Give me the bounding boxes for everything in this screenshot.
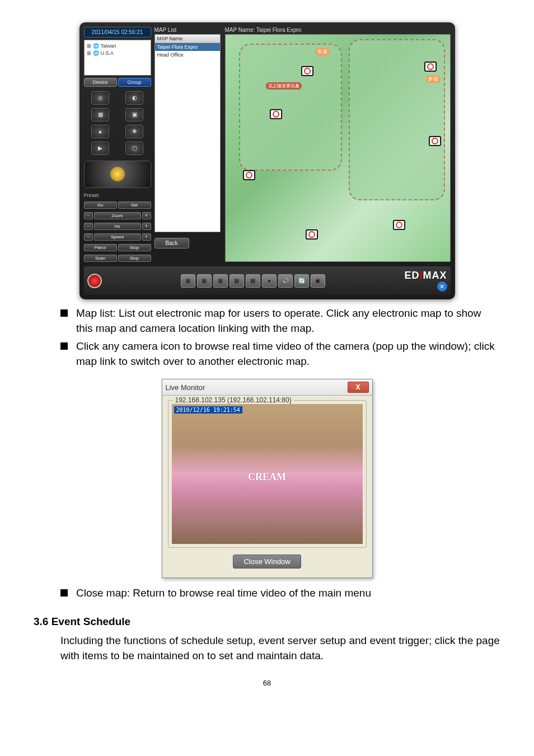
layout-button[interactable]: ▦ xyxy=(246,274,260,288)
mapname-label: MAP Name: Taipei Flora Expro xyxy=(225,27,451,33)
tree-item-usa[interactable]: U.S.A xyxy=(101,50,114,57)
layout-button[interactable]: ▦ xyxy=(229,274,244,288)
zoom-button[interactable]: Zoom xyxy=(94,212,141,219)
tree-expand-icon[interactable]: ⊞ xyxy=(87,50,91,57)
record-indicator-icon xyxy=(87,274,102,288)
ptz-controls: ◎ ◐ ▦ ▣ ▲ ✥ ▶ ▢ xyxy=(84,89,151,157)
map-canvas[interactable]: 茶 區 夢 區 花之隧道賞花趣 xyxy=(225,34,451,262)
camera-icon[interactable] xyxy=(394,220,405,229)
page-number: 68 xyxy=(34,679,500,687)
maplist-title: MAP List xyxy=(154,27,221,33)
plus-button[interactable]: + xyxy=(142,233,151,241)
ptz-btn[interactable]: ▲ xyxy=(91,125,109,138)
bullet-item: Close map: Return to browse real time vi… xyxy=(60,586,500,601)
layout-button[interactable]: ▦ xyxy=(181,274,195,288)
set-button[interactable]: Set xyxy=(118,201,151,209)
layout-button[interactable]: ▦ xyxy=(197,274,212,288)
section-heading: 3.6 Event Schedule xyxy=(34,616,500,628)
plus-button[interactable]: + xyxy=(142,212,151,219)
brand-logo: EDiMAX xyxy=(404,270,447,281)
stop-button[interactable]: Stop xyxy=(118,255,151,262)
minus-button[interactable]: - xyxy=(84,223,93,230)
map-badge: 夢 區 xyxy=(426,76,441,83)
video-overlay-text: CREAM xyxy=(248,471,286,483)
maplist-box[interactable]: MAP Name Taipei Flora Expro Head Office xyxy=(154,34,221,232)
ptz-btn[interactable]: ▢ xyxy=(125,142,143,155)
bullet-item: Map list: List out electronic map for us… xyxy=(60,306,500,336)
go-button[interactable]: Go xyxy=(84,201,117,209)
toolbar-button[interactable]: ● xyxy=(262,274,277,288)
stop-button[interactable]: Stop xyxy=(118,244,151,251)
body-paragraph: Including the functions of schedule setu… xyxy=(34,633,500,663)
camera-icon[interactable] xyxy=(243,171,255,180)
timestamp: 2011/04/15 02:56:21 xyxy=(84,27,151,37)
toolbar-button[interactable]: 🔊 xyxy=(278,274,293,288)
close-icon[interactable]: ✕ xyxy=(437,281,447,292)
ptz-btn[interactable]: ▶ xyxy=(91,142,109,155)
minus-button[interactable]: - xyxy=(84,212,93,219)
tree-expand-icon[interactable]: ⊞ xyxy=(87,43,91,50)
toolbar-button[interactable]: ▣ xyxy=(311,274,325,288)
bottom-toolbar: ▦ ▦ ▦ ▦ ▦ ● 🔊 🔄 ▣ EDiMAX ✕ xyxy=(84,266,451,295)
ptz-btn[interactable]: ▣ xyxy=(125,108,143,121)
map-badge: 花之隧道賞花趣 xyxy=(266,82,302,90)
camera-icon[interactable] xyxy=(302,67,313,76)
ptz-btn[interactable]: ✥ xyxy=(125,125,143,138)
ptz-btn[interactable]: ▦ xyxy=(91,108,109,121)
tree-item-taiwan[interactable]: Taiwan xyxy=(101,43,116,50)
iris-button[interactable]: Iris xyxy=(94,223,141,230)
bullet-list-2: Close map: Return to browse real time vi… xyxy=(34,586,500,601)
globe-icon: 🌐 xyxy=(93,43,99,50)
preset-label: Preset: xyxy=(84,192,151,198)
camera-icon[interactable] xyxy=(425,62,436,71)
bullet-list-1: Map list: List out electronic map for us… xyxy=(34,306,500,369)
maplist-item-selected[interactable]: Taipei Flora Expro xyxy=(155,43,220,51)
scan-button[interactable]: Scan xyxy=(84,255,117,262)
video-timestamp: 2010/12/16 19:21:54 xyxy=(174,406,242,414)
plus-button[interactable]: + xyxy=(142,223,151,230)
close-window-button[interactable]: Close Window xyxy=(233,555,301,569)
live-titlebar: Live Monitor X xyxy=(162,379,372,396)
device-tree[interactable]: ⊞ 🌐 Taiwan ⊞ 🌐 U.S.A xyxy=(84,40,151,76)
live-groupbox: 192.168.102.135 (192.168.102.114:80) 201… xyxy=(168,400,367,548)
patrol-button[interactable]: Patrol xyxy=(84,244,117,251)
map-list-panel: MAP List MAP Name Taipei Flora Expro Hea… xyxy=(154,27,221,262)
app-window: 2011/04/15 02:56:21 ⊞ 🌐 Taiwan ⊞ 🌐 U.S.A… xyxy=(79,22,455,299)
left-panel: 2011/04/15 02:56:21 ⊞ 🌐 Taiwan ⊞ 🌐 U.S.A… xyxy=(84,27,151,262)
map-panel: MAP Name: Taipei Flora Expro 茶 區 夢 區 花之隧… xyxy=(225,27,451,262)
toolbar-button[interactable]: 🔄 xyxy=(294,274,309,288)
camera-icon[interactable] xyxy=(306,230,317,239)
live-title: Live Monitor xyxy=(166,383,205,392)
camera-icon[interactable] xyxy=(429,137,441,145)
camera-icon[interactable] xyxy=(270,110,282,119)
globe-icon: 🌐 xyxy=(93,50,99,57)
live-video: 2010/12/16 19:21:54 CREAM xyxy=(172,404,363,544)
back-button[interactable]: Back xyxy=(154,238,189,248)
tab-device[interactable]: Device xyxy=(84,78,117,87)
speed-button[interactable]: Speed xyxy=(94,233,141,241)
bullet-item: Click any camera icon to browse real tim… xyxy=(60,339,500,369)
maplist-item[interactable]: Head Office xyxy=(155,51,220,59)
live-monitor-window: Live Monitor X 192.168.102.135 (192.168.… xyxy=(162,379,373,578)
layout-button[interactable]: ▦ xyxy=(213,274,228,288)
window-close-button[interactable]: X xyxy=(348,382,369,393)
ptz-joystick[interactable] xyxy=(84,161,151,188)
maplist-header: MAP Name xyxy=(155,35,220,43)
minus-button[interactable]: - xyxy=(84,233,93,241)
ptz-btn[interactable]: ◐ xyxy=(125,91,143,105)
ptz-btn[interactable]: ◎ xyxy=(91,91,109,105)
live-legend: 192.168.102.135 (192.168.102.114:80) xyxy=(173,396,294,404)
tab-group[interactable]: Group xyxy=(118,78,151,87)
map-badge: 茶 區 xyxy=(315,48,330,55)
